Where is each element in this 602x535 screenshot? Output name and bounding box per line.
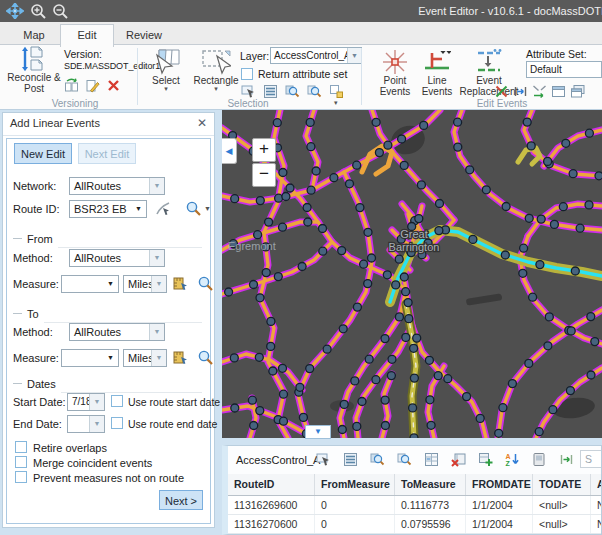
col-fromdate[interactable]: FROMDATE bbox=[466, 474, 533, 495]
event-point[interactable] bbox=[476, 414, 484, 422]
event-point[interactable] bbox=[537, 215, 545, 223]
to-measure-combobox[interactable]: ▼ bbox=[61, 349, 119, 367]
show-selected-records-icon[interactable] bbox=[263, 84, 278, 99]
event-point[interactable] bbox=[410, 344, 418, 352]
event-point[interactable] bbox=[267, 317, 275, 325]
event-point[interactable] bbox=[410, 374, 418, 382]
event-point[interactable] bbox=[402, 288, 410, 296]
tab-review[interactable]: Review bbox=[118, 26, 170, 45]
event-point[interactable] bbox=[248, 396, 256, 404]
select-features-icon[interactable] bbox=[316, 452, 331, 467]
event-point[interactable] bbox=[381, 335, 389, 343]
event-point[interactable] bbox=[466, 166, 474, 174]
from-method-combobox[interactable]: AllRoutes ▼ bbox=[69, 249, 165, 267]
event-point[interactable] bbox=[585, 201, 593, 209]
select-button[interactable]: Select ▾ bbox=[144, 48, 188, 91]
event-point[interactable] bbox=[567, 327, 575, 335]
event-point[interactable] bbox=[576, 224, 584, 232]
event-point[interactable] bbox=[353, 303, 361, 311]
event-point[interactable] bbox=[499, 404, 507, 412]
event-point[interactable] bbox=[495, 429, 503, 437]
event-point[interactable] bbox=[306, 118, 314, 126]
event-point[interactable] bbox=[312, 167, 320, 175]
event-point[interactable] bbox=[545, 313, 553, 321]
event-point[interactable] bbox=[544, 342, 552, 350]
identify-icon[interactable] bbox=[532, 452, 547, 467]
event-point[interactable] bbox=[274, 273, 282, 281]
snap-event-icon[interactable] bbox=[532, 84, 547, 99]
from-measure-tool-icon[interactable] bbox=[173, 275, 190, 292]
event-point[interactable] bbox=[409, 404, 417, 412]
zoom-route-caret-icon[interactable]: ▼ bbox=[204, 206, 211, 211]
event-point[interactable] bbox=[544, 157, 552, 165]
event-point[interactable] bbox=[587, 313, 595, 321]
event-point[interactable] bbox=[282, 193, 290, 201]
event-point[interactable] bbox=[267, 342, 275, 350]
event-point[interactable] bbox=[279, 364, 287, 372]
to-method-combobox[interactable]: AllRoutes ▼ bbox=[69, 323, 165, 341]
retire-overlaps-checkbox[interactable] bbox=[15, 441, 27, 453]
event-point[interactable] bbox=[255, 353, 263, 361]
map-zoom-in-button[interactable]: + bbox=[252, 138, 276, 162]
event-point[interactable] bbox=[230, 354, 238, 362]
map-zoom-out-button[interactable]: − bbox=[252, 163, 276, 187]
event-point[interactable] bbox=[525, 359, 533, 367]
reconcile-icon[interactable] bbox=[64, 78, 79, 93]
event-point[interactable] bbox=[303, 204, 311, 212]
event-point[interactable] bbox=[262, 269, 270, 277]
event-point[interactable] bbox=[286, 184, 294, 192]
event-point[interactable] bbox=[420, 121, 428, 129]
event-point[interactable] bbox=[454, 143, 462, 151]
end-date-combobox[interactable]: ▼ bbox=[67, 415, 105, 433]
from-measure-dropdown-icon[interactable]: ▼ bbox=[105, 276, 116, 292]
prevent-measures-checkbox[interactable] bbox=[15, 471, 27, 483]
next-edit-button[interactable]: Next Edit bbox=[78, 143, 136, 164]
event-point[interactable] bbox=[250, 281, 258, 289]
event-point[interactable] bbox=[346, 180, 354, 188]
event-point[interactable] bbox=[402, 333, 410, 341]
event-point[interactable] bbox=[398, 135, 406, 143]
event-point[interactable] bbox=[525, 214, 533, 222]
event-point[interactable] bbox=[569, 170, 577, 178]
event-point[interactable] bbox=[231, 195, 239, 203]
layer-combobox[interactable]: AccessControl_A ▼ bbox=[270, 47, 362, 64]
event-point[interactable] bbox=[427, 421, 435, 429]
event-point[interactable] bbox=[365, 355, 373, 363]
event-point[interactable] bbox=[280, 390, 288, 398]
event-point[interactable] bbox=[269, 367, 277, 375]
event-point[interactable] bbox=[520, 244, 528, 252]
tab-edit[interactable]: Edit bbox=[60, 24, 114, 47]
event-point[interactable] bbox=[549, 406, 557, 414]
layer-dropdown-icon[interactable]: ▼ bbox=[347, 48, 361, 63]
next-button[interactable]: Next > bbox=[159, 490, 203, 510]
line-events-button[interactable]: Line Events bbox=[416, 49, 458, 97]
table-row[interactable]: 11316270600 0 0.0795596 1/1/2004 <null> … bbox=[228, 515, 602, 534]
event-point[interactable] bbox=[384, 141, 392, 149]
event-point[interactable] bbox=[562, 139, 570, 147]
event-point[interactable] bbox=[502, 203, 510, 211]
event-point[interactable] bbox=[585, 129, 593, 137]
zoom-in-tool-icon[interactable] bbox=[30, 3, 48, 19]
event-point[interactable] bbox=[265, 218, 273, 226]
event-point[interactable] bbox=[381, 422, 389, 430]
event-point[interactable] bbox=[508, 380, 516, 388]
delete-selected-icon[interactable] bbox=[451, 452, 466, 467]
use-route-start-date-checkbox[interactable] bbox=[111, 395, 123, 407]
event-point[interactable] bbox=[529, 293, 537, 301]
event-point[interactable] bbox=[536, 261, 544, 269]
event-point[interactable] bbox=[319, 225, 327, 233]
event-point[interactable] bbox=[587, 371, 595, 379]
event-point[interactable] bbox=[256, 407, 264, 415]
event-point[interactable] bbox=[595, 172, 602, 180]
event-point[interactable] bbox=[250, 422, 258, 430]
tab-map[interactable]: Map bbox=[12, 26, 56, 45]
event-point[interactable] bbox=[417, 181, 425, 189]
event-point[interactable] bbox=[405, 315, 413, 323]
event-point[interactable] bbox=[351, 377, 359, 385]
event-point[interactable] bbox=[434, 372, 442, 380]
col-todate[interactable]: TODATE bbox=[533, 474, 591, 495]
route-id-combobox[interactable]: BSR23 EB ▼ bbox=[69, 200, 147, 218]
clear-selection-icon[interactable] bbox=[329, 84, 344, 99]
event-point[interactable] bbox=[304, 218, 312, 226]
event-point[interactable] bbox=[225, 288, 233, 296]
